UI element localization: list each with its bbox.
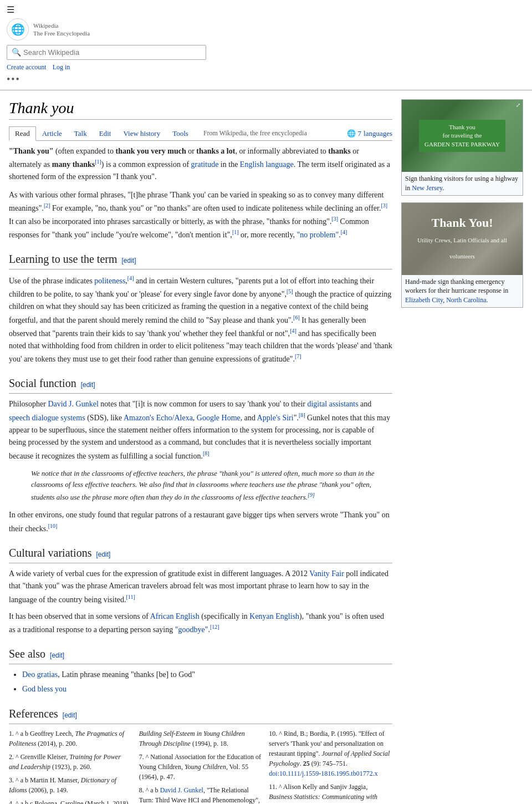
link-north-carolina[interactable]: North Carolina — [446, 296, 486, 304]
log-in-link[interactable]: Log in — [53, 63, 70, 71]
references-columns: 1. ^ a b Geoffrey Leech, The Pragmatics … — [9, 729, 392, 804]
tab-read[interactable]: Read — [9, 126, 36, 141]
ref-item: 2. ^ Grenville Kleiser, Training for Pow… — [9, 752, 132, 772]
image-sign-text: Thank you for traveling the GARDEN STATE… — [419, 120, 505, 152]
search-icon: 🔍 — [12, 48, 21, 57]
edit-link-learning[interactable]: [edit] — [122, 256, 136, 266]
from-wiki-label: From Wikipedia, the free encyclopedia — [203, 129, 307, 138]
edit-link-cultural[interactable]: [edit] — [96, 549, 110, 560]
article-intro-1: "Thank you" (often expanded to thank you… — [9, 145, 392, 184]
ref-item: 8. ^ a b David J. Gunkel, "The Relationa… — [139, 785, 263, 804]
site-name: Wikipedia The Free Encyclopedia — [33, 22, 90, 38]
wiki-name-line2: The Free Encyclopedia — [33, 29, 90, 37]
ref-item: 11. ^ Alison Kelly and Sanjiv Jaggia, Bu… — [269, 782, 392, 804]
language-label: languages — [364, 129, 392, 138]
article-body: "Thank you" (often expanded to thank you… — [9, 145, 392, 804]
site-header: ☰ 🌐 Wikipedia The Free Encyclopedia 🔍 Cr… — [0, 0, 532, 90]
sidebar-image-box-1: Thank you for traveling the GARDEN STATE… — [401, 99, 523, 196]
wikipedia-logo: 🌐 — [7, 18, 29, 40]
link-vanity-fair[interactable]: Vanity Fair — [309, 569, 344, 578]
section-title-references: References — [9, 705, 58, 722]
ref-item: Building Self-Esteem in Young Children T… — [139, 729, 263, 749]
ref-item: 4. ^ a b c Bologna, Caroline (March 1, 2… — [9, 798, 132, 804]
search-input[interactable] — [23, 48, 201, 57]
sidebar-image-2: Thank You!Utility Crews, Latin Officials… — [402, 203, 523, 275]
account-links: Create account Log in — [7, 63, 525, 72]
translate-icon: 🌐 — [347, 129, 356, 138]
references-col2: Building Self-Esteem in Young Children T… — [139, 729, 263, 804]
see-also-item: Deo gratias, Latin phrase meaning "thank… — [22, 669, 392, 681]
link-gunkel[interactable]: David J. Gunkel — [48, 400, 98, 408]
ref-item: 10. ^ Rind, B.; Bordia, P. (1995). "Effe… — [269, 729, 392, 778]
section-content-learning: Use of the phrase indicates politeness,[… — [9, 274, 392, 365]
sidebar-image-box-2: Thank You!Utility Crews, Latin Officials… — [401, 202, 523, 308]
link-digital-assistants[interactable]: digital assistants — [307, 400, 358, 408]
sidebar-caption-2: Hand-made sign thanking emergency worker… — [402, 275, 523, 307]
tab-tools[interactable]: Tools — [166, 126, 195, 140]
link-no-problem[interactable]: "no problem" — [297, 231, 339, 239]
sidebar-image-1: Thank you for traveling the GARDEN STATE… — [402, 100, 523, 172]
article-blockquote: We notice that in the classrooms of effe… — [31, 468, 392, 504]
expand-icon-1[interactable]: ⤢ — [516, 102, 520, 108]
link-google-home[interactable]: Google Home — [197, 413, 241, 421]
section-content-social-1: Philosopher David J. Gunkel notes that "… — [9, 398, 392, 462]
language-count: 7 — [358, 129, 362, 138]
tab-view-history[interactable]: View history — [117, 126, 166, 140]
tab-article[interactable]: Article — [36, 126, 68, 140]
edit-link-references[interactable]: [edit] — [63, 710, 77, 721]
section-content-social-2: In other environs, one study found that … — [9, 509, 392, 535]
section-title-social: Social function — [9, 374, 76, 392]
expand-icon-2[interactable]: ⤢ — [525, 2, 530, 8]
article-sidebar: Thank you for traveling the GARDEN STATE… — [401, 99, 523, 804]
section-content-cultural-2: It has been observed that in some versio… — [9, 610, 392, 636]
main-content: Thank you Read Article Talk Edit View hi… — [9, 90, 392, 804]
link-deo-gratias[interactable]: Deo gratias — [22, 670, 58, 679]
article-intro-2: As with various other formal phrases, "[… — [9, 189, 392, 242]
link-alexa[interactable]: Amazon's Echo/Alexa — [124, 413, 193, 421]
references-col3: 10. ^ Rind, B.; Bordia, P. (1995). "Effe… — [269, 729, 392, 804]
create-account-link[interactable]: Create account — [7, 63, 47, 71]
ref-item: 3. ^ a b Martin H. Manser, Dictionary of… — [9, 775, 132, 795]
hamburger-menu[interactable]: ☰ — [7, 4, 525, 15]
link-elizabeth-city[interactable]: Elizabeth City — [405, 296, 443, 304]
link-sds[interactable]: speech dialogue systems — [9, 413, 85, 421]
see-also-item: God bless you — [22, 683, 392, 695]
link-politeness[interactable]: politeness — [94, 277, 125, 285]
section-title-see-also: See also — [9, 645, 45, 663]
page-title: Thank you — [9, 99, 392, 120]
section-heading-social: Social function [edit] — [9, 374, 392, 394]
sidebar-caption-1: Sign thanking visitors for using a highw… — [402, 172, 523, 195]
link-kenyan-english[interactable]: Kenyan English — [249, 612, 299, 620]
link-english-language[interactable]: English language — [240, 160, 294, 169]
section-content-cultural-1: A wide variety of verbal cues for the ex… — [9, 568, 392, 606]
section-heading-learning: Learning to use the term [edit] — [9, 250, 392, 269]
section-title-cultural: Cultural variations — [9, 544, 91, 562]
language-button[interactable]: 🌐 7 languages — [347, 129, 392, 138]
edit-link-see-also[interactable]: [edit] — [50, 650, 64, 661]
ref-link-gunkel[interactable]: David J. Gunkel — [160, 786, 203, 794]
more-options[interactable]: ••• — [7, 74, 525, 85]
see-also-list: Deo gratias, Latin phrase meaning "thank… — [22, 669, 392, 696]
link-siri[interactable]: Apple's Siri — [257, 413, 294, 421]
page-content: Thank you Read Article Talk Edit View hi… — [0, 90, 532, 804]
ref-doi-link[interactable]: doi:10.1111/j.1559-1816.1995.tb01772.x — [269, 770, 377, 777]
link-god-bless-you[interactable]: God bless you — [22, 685, 66, 693]
tab-talk[interactable]: Talk — [68, 126, 93, 140]
section-heading-see-also: See also [edit] — [9, 645, 392, 664]
wiki-name-line1: Wikipedia — [33, 22, 90, 29]
section-title-learning: Learning to use the term — [9, 250, 117, 268]
tab-edit[interactable]: Edit — [93, 126, 117, 140]
ref-item: 1. ^ a b Geoffrey Leech, The Pragmatics … — [9, 729, 132, 749]
search-box[interactable]: 🔍 — [7, 45, 206, 60]
section-heading-references: References [edit] — [9, 705, 392, 724]
edit-link-social[interactable]: [edit] — [81, 380, 95, 390]
references-col1: 1. ^ a b Geoffrey Leech, The Pragmatics … — [9, 729, 132, 804]
link-african-english[interactable]: African English — [150, 612, 200, 620]
references-section: 1. ^ a b Geoffrey Leech, The Pragmatics … — [9, 729, 392, 804]
link-goodbye[interactable]: "goodbye" — [175, 625, 208, 634]
logo-area: 🌐 Wikipedia The Free Encyclopedia — [7, 18, 525, 40]
link-gratitude[interactable]: gratitude — [191, 160, 219, 169]
article-tabs: Read Article Talk Edit View history Tool… — [9, 124, 392, 141]
link-new-jersey[interactable]: New Jersey — [412, 184, 442, 192]
ref-item: 7. ^ National Association for the Educat… — [139, 752, 263, 782]
